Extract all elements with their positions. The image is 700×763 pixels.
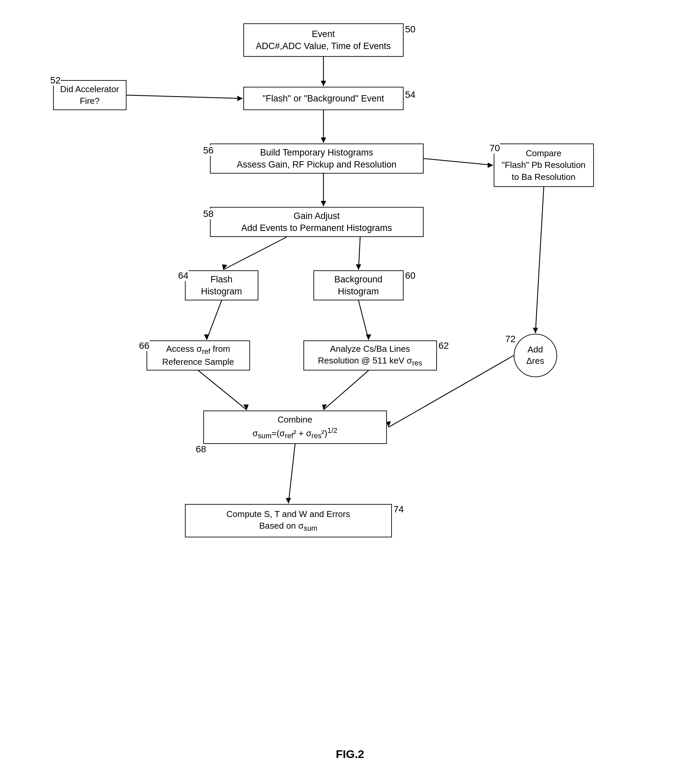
compare-number: 70 <box>490 143 500 153</box>
add-delta-label: Add Δres <box>527 344 544 367</box>
svg-line-12 <box>358 237 360 270</box>
compare-box: Compare "Flash" Pb Resolution to Ba Reso… <box>494 144 594 187</box>
analyze-cs-label: Analyze Cs/Ba Lines Resolution @ 511 keV… <box>318 343 422 368</box>
svg-line-20 <box>323 370 369 410</box>
add-delta-circle: Add Δres <box>514 334 557 377</box>
compute-label: Compute S, T and W and Errors Based on σ… <box>226 508 350 534</box>
svg-marker-7 <box>321 201 326 206</box>
diagram: Event ADC#,ADC Value, Time of Events 50 … <box>33 13 667 741</box>
flash-bg-box: "Flash" or "Background" Event <box>243 87 403 110</box>
svg-line-14 <box>206 300 222 340</box>
svg-marker-15 <box>204 334 209 340</box>
svg-marker-9 <box>488 162 493 168</box>
combine-number: 68 <box>196 444 206 455</box>
svg-marker-25 <box>386 421 391 427</box>
figure-caption: FIG.2 <box>336 747 364 761</box>
accelerator-number: 52 <box>50 75 61 86</box>
event-number: 50 <box>405 24 416 35</box>
svg-marker-27 <box>286 498 291 503</box>
event-box: Event ADC#,ADC Value, Time of Events <box>243 23 403 57</box>
access-sigma-box: Access σref from Reference Sample <box>147 340 250 370</box>
svg-line-26 <box>288 444 295 503</box>
compute-number: 74 <box>394 504 404 515</box>
event-label: Event ADC#,ADC Value, Time of Events <box>256 28 391 52</box>
flash-bg-number: 54 <box>405 89 416 100</box>
svg-marker-1 <box>321 81 326 86</box>
svg-marker-13 <box>356 264 361 270</box>
svg-marker-5 <box>321 137 326 143</box>
flash-hist-label: Flash Histogram <box>201 273 242 298</box>
svg-line-16 <box>358 300 369 340</box>
gain-adjust-number: 58 <box>203 209 214 219</box>
flash-hist-number: 64 <box>178 270 189 281</box>
access-sigma-number: 66 <box>139 340 150 351</box>
build-hist-label: Build Temporary Histograms Assess Gain, … <box>237 147 397 171</box>
svg-marker-17 <box>366 334 371 340</box>
svg-line-8 <box>423 159 493 165</box>
analyze-cs-number: 62 <box>439 340 449 351</box>
gain-adjust-label: Gain Adjust Add Events to Permanent Hist… <box>241 210 392 234</box>
svg-marker-11 <box>222 264 227 270</box>
flowchart-arrows <box>33 13 667 741</box>
gain-adjust-box: Gain Adjust Add Events to Permanent Hist… <box>210 207 423 237</box>
accelerator-box: Did Accelerator Fire? <box>53 80 127 110</box>
combine-label: Combine σsum=(σref² + σres²)1/2 <box>252 414 337 441</box>
svg-line-22 <box>536 187 544 333</box>
build-hist-number: 56 <box>203 145 214 156</box>
svg-marker-19 <box>243 404 249 410</box>
bg-hist-box: Background Histogram <box>314 270 403 300</box>
svg-line-2 <box>127 95 243 98</box>
flash-hist-box: Flash Histogram <box>185 270 258 300</box>
flash-bg-label: "Flash" or "Background" Event <box>262 92 384 105</box>
compare-label: Compare "Flash" Pb Resolution to Ba Reso… <box>502 148 586 183</box>
accelerator-label: Did Accelerator Fire? <box>60 83 119 107</box>
svg-line-10 <box>223 237 287 270</box>
bg-hist-label: Background Histogram <box>334 273 382 298</box>
analyze-cs-box: Analyze Cs/Ba Lines Resolution @ 511 keV… <box>303 340 437 370</box>
svg-marker-3 <box>238 96 243 101</box>
combine-box: Combine σsum=(σref² + σres²)1/2 <box>203 410 387 444</box>
svg-marker-21 <box>322 404 327 410</box>
compute-box: Compute S, T and W and Errors Based on σ… <box>185 504 392 537</box>
bg-hist-number: 60 <box>405 270 416 281</box>
build-hist-box: Build Temporary Histograms Assess Gain, … <box>210 144 423 173</box>
access-sigma-label: Access σref from Reference Sample <box>162 343 234 368</box>
svg-marker-23 <box>533 328 538 333</box>
svg-line-18 <box>198 370 247 410</box>
add-delta-number: 72 <box>505 334 516 345</box>
